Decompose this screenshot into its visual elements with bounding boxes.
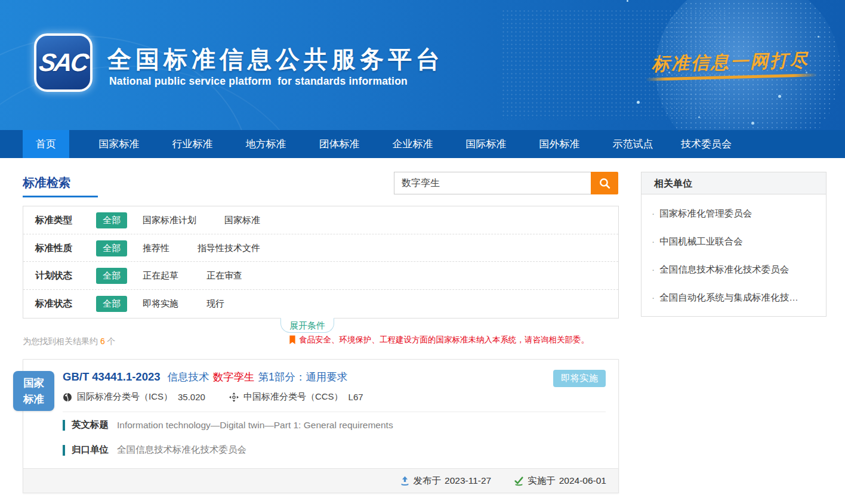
related-organizations-panel: 相关单位 ·国家标准化管理委员会·中国机械工业联合会·全国信息技术标准化技术委员… [641, 172, 827, 317]
nav-item-4[interactable]: 团体标准 [303, 130, 376, 158]
implement-date-item: 实施于 2024-06-01 [514, 475, 606, 487]
status-badge: 即将实施 [553, 370, 606, 387]
related-org-link-2[interactable]: ·全国信息技术标准化技术委员会 [642, 255, 826, 283]
main-nav: 首页国家标准行业标准地方标准团体标准企业标准国际标准国外标准示范试点技术委员会 [0, 130, 845, 158]
department-row: 归口单位 全国信息技术标准化技术委员会 [63, 444, 246, 456]
filter-all-badge[interactable]: 全部 [96, 268, 127, 284]
department-value: 全国信息技术标准化技术委员会 [117, 444, 246, 456]
page-title: 标准检索 [23, 175, 70, 191]
related-org-label: 国家标准化管理委员会 [659, 208, 752, 218]
bullet-dot: · [652, 264, 655, 274]
filter-box: 标准类型全部国家标准计划国家标准标准性质全部推荐性指导性技术文件计划状态全部正在… [23, 206, 619, 319]
globe-icon [63, 392, 72, 402]
type-badge-line2: 标准 [23, 391, 44, 407]
filter-option[interactable]: 国家标准计划 [143, 215, 196, 225]
filter-label: 计划状态 [35, 262, 96, 290]
bookmark-icon [289, 335, 296, 345]
card-footer: 发布于 2023-11-27 实施于 2024-06-01 [23, 468, 618, 493]
filter-option[interactable]: 现行 [206, 298, 224, 308]
sparkle-dots-decoration [627, 0, 628, 2]
expand-conditions-button[interactable]: 展开条件 [280, 318, 334, 333]
publish-date-item: 发布于 2023-11-27 [400, 475, 492, 487]
filter-row-1: 标准性质全部推荐性指导性技术文件 [23, 234, 618, 262]
filter-all-badge[interactable]: 全部 [96, 296, 127, 312]
sac-logo-text: SAC [38, 48, 89, 77]
header-slogan: 标准信息一网打尽 [652, 48, 810, 77]
filter-row-0: 标准类型全部国家标准计划国家标准 [23, 206, 618, 234]
department-label: 归口单位 [72, 444, 109, 456]
nav-item-3[interactable]: 地方标准 [229, 130, 303, 158]
nav-item-2[interactable]: 行业标准 [156, 130, 229, 158]
card-separator [63, 412, 606, 412]
nav-item-9[interactable]: 技术委员会 [670, 130, 743, 158]
filter-all-badge[interactable]: 全部 [96, 212, 127, 228]
ics-value: 35.020 [178, 392, 205, 402]
related-org-link-1[interactable]: ·中国机械工业联合会 [642, 227, 826, 255]
related-org-link-0[interactable]: ·国家标准化管理委员会 [642, 199, 826, 227]
filter-rows: 标准类型全部国家标准计划国家标准标准性质全部推荐性指导性技术文件计划状态全部正在… [23, 206, 618, 318]
filter-option[interactable]: 即将实施 [143, 298, 178, 308]
ccs-label: 中国标准分类号（CCS） [243, 391, 343, 403]
sidebar-title: 相关单位 [642, 172, 826, 194]
filter-label: 标准类型 [35, 206, 96, 234]
standard-type-badge: 国家 标准 [13, 371, 54, 411]
nav-item-8[interactable]: 示范试点 [596, 130, 670, 158]
publish-label: 发布于 [414, 475, 442, 487]
filter-option[interactable]: 国家标准 [224, 215, 260, 225]
result-summary: 为您找到相关结果约 6 个 [23, 336, 116, 347]
filter-label: 标准性质 [35, 234, 96, 262]
nav-item-6[interactable]: 国际标准 [449, 130, 523, 158]
implement-date: 2024-06-01 [559, 475, 606, 486]
bullet-dot: · [652, 208, 655, 218]
check-icon [514, 476, 524, 486]
site-title: 全国标准信息公共服务平台 [107, 43, 444, 76]
filter-option[interactable]: 正在审查 [206, 270, 242, 280]
english-title-row: 英文标题 Information technology—Digital twin… [63, 419, 393, 431]
nav-item-7[interactable]: 国外标准 [523, 130, 596, 158]
search-button[interactable] [591, 172, 618, 194]
standard-title-part1: 信息技术 [168, 371, 209, 383]
bullet-dot: · [652, 292, 655, 302]
sac-logo: SAC [34, 33, 92, 92]
result-count: 6 [100, 336, 105, 346]
standard-title-link[interactable]: GB/T 43441.1-2023信息技术数字孪生第1部分：通用要求 [63, 370, 547, 384]
ccs-value: L67 [349, 392, 363, 402]
filter-option[interactable]: 推荐性 [143, 243, 169, 253]
classification-row: 国际标准分类号（ICS） 35.020 中国标准分类号（CCS） L67 [63, 391, 363, 403]
implement-label: 实施于 [528, 475, 556, 487]
related-org-label: 中国机械工业联合会 [659, 236, 743, 246]
notice-text: 食品安全、环境保护、工程建设方面的国家标准未纳入本系统，请咨询相关部委。 [299, 335, 589, 345]
teal-bar-marker [63, 420, 65, 431]
nav-list: 首页国家标准行业标准地方标准团体标准企业标准国际标准国外标准示范试点技术委员会 [0, 130, 845, 158]
standard-code: GB/T 43441.1-2023 [63, 370, 161, 383]
result-card: 国家 标准 GB/T 43441.1-2023信息技术数字孪生第1部分：通用要求… [23, 359, 619, 493]
site-subtitle: National public service platform for sta… [109, 75, 408, 88]
nav-item-5[interactable]: 企业标准 [376, 130, 449, 158]
sidebar-list: ·国家标准化管理委员会·中国机械工业联合会·全国信息技术标准化技术委员会·全国自… [642, 194, 826, 316]
teal-bar-marker [63, 445, 65, 456]
english-title-label: 英文标题 [72, 419, 109, 431]
compass-icon [229, 392, 239, 402]
filter-label: 标准状态 [35, 290, 96, 318]
filter-option[interactable]: 指导性技术文件 [198, 243, 260, 253]
search-icon [599, 177, 611, 190]
related-org-label: 全国自动化系统与集成标准化技… [659, 292, 798, 302]
nav-item-0[interactable]: 首页 [23, 130, 69, 158]
related-org-link-3[interactable]: ·全国自动化系统与集成标准化技… [642, 283, 826, 311]
filter-row-3: 标准状态全部即将实施现行 [23, 290, 618, 318]
publish-date: 2023-11-27 [445, 475, 491, 486]
filter-all-badge[interactable]: 全部 [96, 240, 127, 256]
system-notice: 食品安全、环境保护、工程建设方面的国家标准未纳入本系统，请咨询相关部委。 [289, 335, 589, 345]
bullet-dot: · [652, 236, 655, 246]
result-summary-prefix: 为您找到相关结果约 [23, 336, 100, 346]
filter-option[interactable]: 正在起草 [143, 270, 178, 280]
nav-item-1[interactable]: 国家标准 [82, 130, 156, 158]
ics-label: 国际标准分类号（ICS） [77, 391, 172, 403]
standard-title-part2: 第1部分：通用要求 [258, 371, 348, 383]
type-badge-line1: 国家 [23, 375, 44, 391]
page-title-underline [23, 196, 98, 197]
search-input[interactable] [394, 172, 591, 194]
filter-row-2: 计划状态全部正在起草正在审查 [23, 262, 618, 290]
header-banner: SAC 全国标准信息公共服务平台 National public service… [0, 0, 845, 130]
result-summary-suffix: 个 [105, 336, 116, 346]
